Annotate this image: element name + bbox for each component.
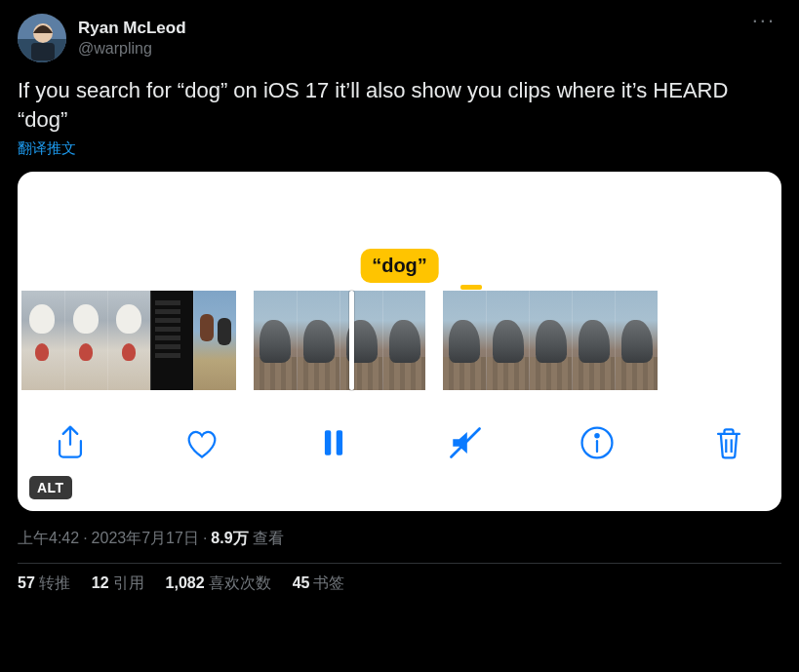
bookmarks[interactable]: 45书签	[293, 573, 345, 594]
filmstrip[interactable]	[18, 291, 781, 390]
clip-group[interactable]	[254, 291, 425, 390]
trash-button[interactable]	[709, 423, 748, 462]
media-whitespace: “dog”	[18, 172, 781, 287]
alt-badge[interactable]: ALT	[29, 476, 72, 499]
meta-time[interactable]: 上午4:42	[18, 530, 79, 546]
clip-frame	[107, 291, 150, 390]
clip-frame	[615, 291, 658, 390]
mute-icon	[446, 423, 485, 462]
like-button[interactable]	[182, 423, 221, 462]
clip-frame	[529, 291, 572, 390]
clip-frame	[486, 291, 529, 390]
info-icon	[578, 423, 617, 462]
meta-views-count[interactable]: 8.9万	[211, 530, 248, 546]
retweets-label: 转推	[39, 574, 70, 591]
clip-frame	[21, 291, 64, 390]
likes-count: 1,082	[166, 574, 205, 591]
clip-frame	[572, 291, 615, 390]
clip-group[interactable]	[21, 291, 236, 390]
retweets[interactable]: 57转推	[18, 573, 70, 594]
divider	[18, 563, 781, 564]
clip-frame	[382, 291, 425, 390]
tweet-header: Ryan McLeod @warpling ···	[18, 14, 781, 62]
retweets-count: 57	[18, 574, 35, 591]
media-toolbar	[18, 390, 781, 495]
tweet: Ryan McLeod @warpling ··· If you search …	[0, 0, 799, 602]
author-block[interactable]: Ryan McLeod @warpling	[18, 14, 186, 62]
clip-group[interactable]	[443, 291, 658, 390]
translate-link[interactable]: 翻译推文	[18, 139, 781, 158]
mute-button[interactable]	[446, 423, 485, 462]
meta-views-label: 查看	[253, 530, 284, 546]
share-icon	[51, 423, 90, 462]
heart-icon	[182, 423, 221, 462]
avatar[interactable]	[18, 14, 66, 62]
meta-date[interactable]: 2023年7月17日	[92, 530, 199, 546]
handle[interactable]: @warpling	[78, 39, 186, 59]
tweet-meta: 上午4:42·2023年7月17日·8.9万 查看	[18, 529, 781, 549]
svg-rect-4	[325, 431, 331, 455]
svg-rect-3	[31, 43, 55, 60]
caption-tick	[460, 285, 482, 290]
clip-frame	[150, 291, 193, 390]
share-button[interactable]	[51, 423, 90, 462]
author-names: Ryan McLeod @warpling	[78, 18, 186, 58]
engagement-row: 57转推 12引用 1,082喜欢次数 45书签	[18, 573, 781, 594]
tweet-text: If you search for “dog” on iOS 17 it’ll …	[18, 76, 781, 134]
clip-frame	[64, 291, 107, 390]
avatar-image	[18, 14, 66, 62]
clip-frame	[443, 291, 486, 390]
clip-frame	[340, 291, 382, 390]
clip-frame	[297, 291, 340, 390]
filmstrip-wrap	[18, 291, 781, 390]
more-icon: ···	[752, 8, 776, 32]
likes-label: 喜欢次数	[209, 574, 271, 591]
playhead[interactable]	[349, 291, 354, 390]
likes[interactable]: 1,082喜欢次数	[166, 573, 271, 594]
info-button[interactable]	[578, 423, 617, 462]
quotes[interactable]: 12引用	[92, 573, 144, 594]
svg-rect-5	[337, 431, 342, 455]
display-name[interactable]: Ryan McLeod	[78, 18, 186, 38]
trash-icon	[709, 423, 748, 462]
more-button[interactable]: ···	[746, 14, 781, 27]
quotes-label: 引用	[113, 574, 144, 591]
clip-frame	[193, 291, 236, 390]
embedded-media[interactable]: “dog”	[18, 172, 781, 511]
pause-icon	[314, 423, 353, 462]
svg-point-8	[595, 434, 598, 437]
caption-tag: “dog”	[360, 249, 439, 283]
quotes-count: 12	[92, 574, 109, 591]
bookmarks-count: 45	[293, 574, 310, 591]
pause-button[interactable]	[314, 423, 353, 462]
bookmarks-label: 书签	[313, 574, 344, 591]
clip-frame	[254, 291, 297, 390]
